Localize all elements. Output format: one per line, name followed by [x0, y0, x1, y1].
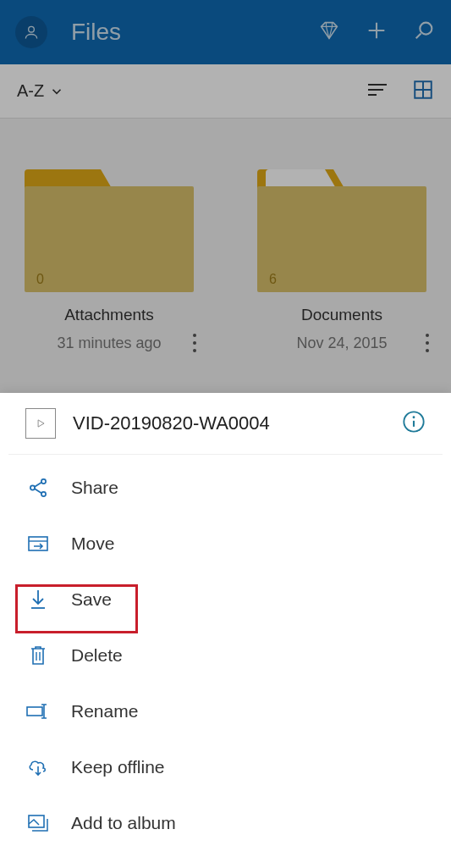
delete-action[interactable]: Delete — [0, 628, 451, 683]
action-sheet: VID-20190820-WA0004 Share — [0, 393, 451, 868]
sheet-menu: Share Move Save — [0, 455, 451, 851]
move-action[interactable]: Move — [0, 516, 451, 572]
svg-rect-9 — [27, 707, 42, 716]
share-action[interactable]: Share — [0, 460, 451, 516]
sheet-title: VID-20190820-WA0004 — [73, 412, 402, 434]
keep-offline-action[interactable]: Keep offline — [0, 739, 451, 795]
share-label: Share — [71, 478, 118, 498]
save-label: Save — [71, 589, 112, 610]
move-icon — [27, 534, 49, 553]
delete-label: Delete — [71, 645, 123, 666]
trash-icon — [29, 644, 47, 666]
svg-rect-8 — [29, 537, 47, 550]
rename-label: Rename — [71, 701, 138, 721]
rename-action[interactable]: Rename — [0, 683, 451, 739]
video-file-icon — [25, 408, 56, 439]
add-to-album-action[interactable]: Add to album — [0, 795, 451, 851]
share-icon — [27, 477, 49, 499]
add-to-album-label: Add to album — [71, 813, 176, 833]
album-icon — [27, 814, 49, 832]
info-button[interactable] — [402, 410, 426, 437]
sheet-header: VID-20190820-WA0004 — [8, 408, 443, 455]
cloud-download-icon — [26, 757, 50, 777]
move-label: Move — [71, 534, 114, 554]
download-icon — [29, 589, 47, 611]
keep-offline-label: Keep offline — [71, 757, 165, 777]
info-icon — [402, 410, 426, 434]
svg-point-4 — [413, 416, 415, 418]
rename-icon — [25, 702, 51, 721]
save-action[interactable]: Save — [0, 572, 451, 628]
play-icon — [35, 417, 47, 429]
